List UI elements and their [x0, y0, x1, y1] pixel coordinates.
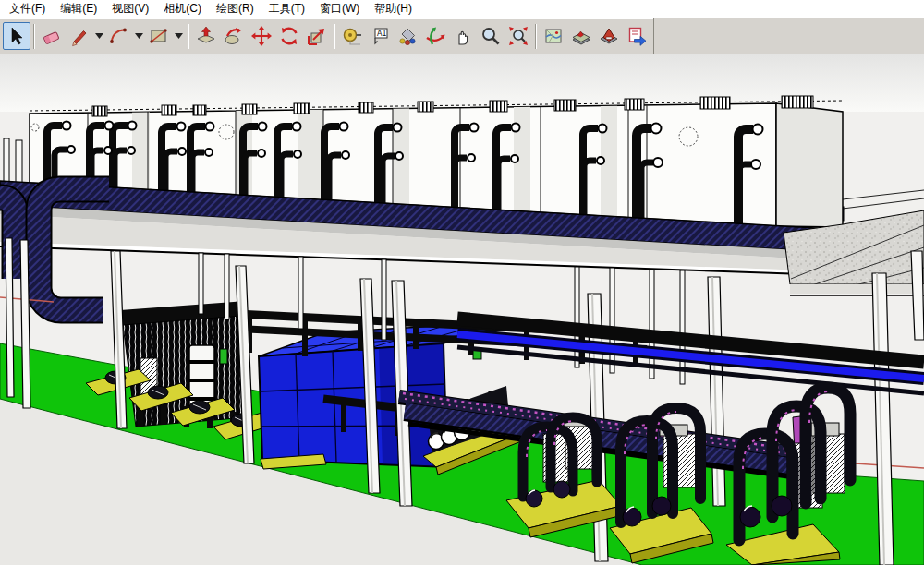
- toolbar-separator: [188, 24, 189, 49]
- menu-edit[interactable]: 编辑(E): [53, 0, 104, 19]
- rotate-icon: [278, 25, 300, 47]
- zoom-extents-tool-button[interactable]: [505, 22, 532, 50]
- push-pull-tool-button[interactable]: [192, 22, 220, 50]
- line-flyout-caret[interactable]: [93, 22, 105, 50]
- paint-bucket-tool-button[interactable]: [394, 22, 421, 50]
- menu-file[interactable]: 文件(F): [2, 0, 53, 19]
- toggle-terrain-button[interactable]: [567, 22, 595, 50]
- zoom-extents-icon: [507, 25, 529, 47]
- orbit-tool-button[interactable]: [421, 22, 449, 50]
- text-label-icon: A1: [369, 25, 391, 47]
- scale-tool-button[interactable]: [303, 22, 331, 50]
- toolbar-separator: [334, 24, 335, 49]
- toolbar-separator: [535, 24, 537, 49]
- toolbar: A1: [0, 18, 924, 54]
- menu-camera[interactable]: 相机(C): [156, 0, 209, 19]
- export-model-icon: [626, 25, 648, 47]
- arc-flyout-caret[interactable]: [133, 22, 145, 50]
- zoom-magnifier-icon: [480, 25, 502, 47]
- tape-measure-icon: [341, 25, 363, 47]
- text-tool-button[interactable]: A1: [366, 22, 394, 50]
- follow-me-icon: [223, 25, 245, 47]
- tape-measure-tool-button[interactable]: [338, 22, 366, 50]
- follow-me-tool-button[interactable]: [220, 22, 248, 50]
- chevron-down-icon: [135, 31, 144, 41]
- photo-textures-button[interactable]: [595, 22, 623, 50]
- menu-tools[interactable]: 工具(T): [261, 0, 312, 19]
- pan-tool-button[interactable]: [449, 22, 477, 50]
- scale-icon: [306, 25, 328, 47]
- rectangle-tool-button[interactable]: [145, 22, 173, 50]
- eraser-tool-button[interactable]: [38, 22, 66, 50]
- viewport-3d[interactable]: [0, 54, 924, 565]
- rectangle-flyout-caret[interactable]: [173, 22, 185, 50]
- terrain-layers-icon: [570, 25, 592, 47]
- line-tool-button[interactable]: [66, 22, 93, 50]
- menu-view[interactable]: 视图(V): [104, 0, 156, 19]
- arc-icon: [108, 25, 130, 47]
- arc-tool-button[interactable]: [105, 22, 133, 50]
- push-pull-icon: [195, 25, 217, 47]
- eraser-icon: [41, 25, 63, 47]
- select-tool-button[interactable]: [3, 22, 30, 50]
- toolbar-panel: A1: [0, 18, 654, 54]
- svg-text:A1: A1: [377, 30, 387, 38]
- add-location-button[interactable]: [540, 22, 567, 50]
- preview-in-google-earth-button[interactable]: [623, 22, 650, 50]
- photo-building-icon: [598, 25, 620, 47]
- pencil-icon: [68, 25, 91, 47]
- move-tool-button[interactable]: [248, 22, 275, 50]
- chevron-down-icon: [95, 31, 104, 41]
- rectangle-icon: [148, 25, 170, 47]
- menu-window[interactable]: 窗口(W): [312, 0, 367, 19]
- menu-help[interactable]: 帮助(H): [367, 0, 419, 19]
- pan-hand-icon: [452, 25, 474, 47]
- menu-draw[interactable]: 绘图(R): [209, 0, 261, 19]
- zoom-tool-button[interactable]: [477, 22, 505, 50]
- map-location-icon: [542, 25, 565, 47]
- chevron-down-icon: [175, 31, 184, 41]
- rotate-tool-button[interactable]: [275, 22, 303, 50]
- menu-bar: 文件(F) 编辑(E) 视图(V) 相机(C) 绘图(R) 工具(T) 窗口(W…: [0, 0, 924, 18]
- toolbar-separator: [33, 24, 35, 49]
- orbit-icon: [424, 25, 446, 47]
- select-arrow-icon: [6, 25, 28, 47]
- move-icon: [250, 25, 273, 47]
- paint-bucket-icon: [396, 25, 419, 47]
